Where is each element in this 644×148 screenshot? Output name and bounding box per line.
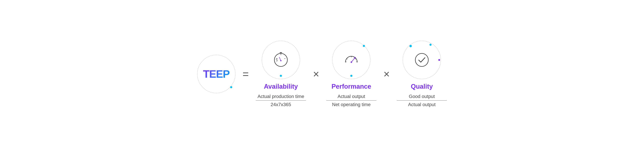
availability-fraction-line [256,100,306,101]
quality-dot-top-center [430,44,432,46]
multiply-operator-1: × [313,69,319,79]
availability-icon-circle [262,41,300,79]
quality-denominator: Actual output [408,102,436,107]
multiply-operator-2: × [384,69,390,79]
quality-numerator: Good output [409,94,435,99]
equals-operator: = [242,69,249,79]
availability-icon [271,50,290,69]
teep-circle: TEEP [197,55,236,93]
quality-label: Quality [411,83,433,90]
svg-line-9 [276,58,277,59]
quality-icon [412,50,432,69]
svg-line-8 [284,58,285,59]
performance-dot-bottom [350,75,352,77]
performance-numerator: Actual output [338,94,365,99]
performance-factor: Performance Actual output Net operating … [326,41,376,107]
performance-fraction: Actual output Net operating time [326,94,376,107]
performance-label: Performance [332,83,371,90]
performance-dot-top-right [363,45,365,47]
quality-icon-circle [403,41,441,79]
svg-line-13 [346,59,347,59]
teep-label: TEEP [203,68,230,80]
svg-line-14 [355,59,356,59]
equation-container: TEEP = [197,41,447,107]
availability-numerator: Actual production time [258,94,304,99]
availability-factor: Availability Actual production time 24x7… [256,41,306,107]
availability-fraction: Actual production time 24x7x365 [256,94,306,107]
performance-icon-circle [332,41,370,79]
teep-dot [230,86,232,88]
svg-line-16 [351,58,355,62]
quality-dot-top-left [410,45,412,47]
performance-fraction-line [326,100,376,101]
quality-fraction: Good output Actual output [397,94,447,107]
availability-denominator: 24x7x365 [271,102,291,107]
quality-dot-right [438,59,440,61]
availability-label: Availability [264,83,298,90]
svg-point-18 [415,53,428,66]
availability-dot-bottom [280,75,282,77]
svg-line-4 [276,61,278,61]
svg-line-6 [279,57,281,61]
performance-icon [342,50,361,69]
quality-fraction-line [397,100,447,101]
performance-denominator: Net operating time [332,102,370,107]
quality-factor: Quality Good output Actual output [397,41,447,107]
svg-point-0 [274,53,287,66]
